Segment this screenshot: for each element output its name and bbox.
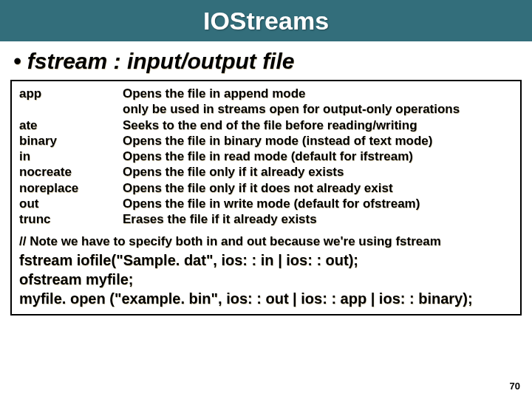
content-box: app Opens the file in append mode only b…: [10, 80, 522, 316]
title-bar: IOStreams: [0, 0, 532, 41]
flag-key: nocreate: [19, 164, 115, 180]
flag-key: [19, 101, 115, 117]
flag-desc: Seeks to the end of the file before read…: [123, 117, 513, 133]
flag-desc: Opens the file only if it does not alrea…: [123, 180, 513, 196]
flag-desc: Opens the file in write mode (default fo…: [123, 196, 513, 211]
flag-desc: only be used in streams open for output-…: [123, 101, 513, 117]
flag-key: in: [19, 149, 115, 164]
comment-line: // Note we have to specify both in and o…: [19, 234, 513, 249]
page-number: 70: [510, 381, 520, 392]
subheading: • fstream : input/output file: [0, 41, 532, 77]
code-line: fstream iofile("Sample. dat", ios: : in …: [19, 250, 513, 270]
flag-key: app: [19, 86, 115, 101]
flags-table: app Opens the file in append mode only b…: [19, 86, 513, 227]
code-block: fstream iofile("Sample. dat", ios: : in …: [19, 250, 513, 308]
flag-key: noreplace: [19, 180, 115, 196]
flag-key: out: [19, 196, 115, 211]
flag-desc: Opens the file in binary mode (instead o…: [123, 133, 513, 149]
flag-key: binary: [19, 133, 115, 149]
code-line: myfile. open ("example. bin", ios: : out…: [19, 289, 513, 308]
code-line: ofstream myfile;: [19, 270, 513, 289]
flag-desc: Opens the file only if it already exists: [123, 164, 513, 180]
flag-desc: Opens the file in read mode (default for…: [123, 149, 513, 164]
flag-key: trunc: [19, 211, 115, 227]
flag-desc: Opens the file in append mode: [123, 86, 513, 101]
flag-key: ate: [19, 117, 115, 133]
page-title: IOStreams: [203, 7, 329, 35]
flag-desc: Erases the file if it already exists: [123, 211, 513, 227]
